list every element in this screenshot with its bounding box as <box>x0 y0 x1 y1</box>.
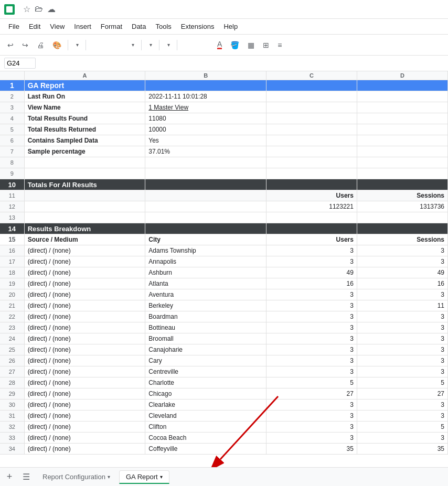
cell[interactable] <box>145 168 266 179</box>
cell[interactable]: (direct) / (none) <box>24 333 145 344</box>
cell[interactable]: Aventura <box>145 289 266 300</box>
cell[interactable]: 49 <box>266 267 357 278</box>
cell[interactable]: (direct) / (none) <box>24 267 145 278</box>
cell[interactable]: 3 <box>357 333 447 344</box>
cell[interactable]: 3 <box>266 433 357 444</box>
cell[interactable]: 3 <box>266 256 357 267</box>
cell[interactable]: 3 <box>266 411 357 422</box>
col-header-a[interactable]: A <box>24 71 145 80</box>
cell-reference-input[interactable] <box>4 58 36 69</box>
cell[interactable] <box>145 212 266 223</box>
cell[interactable]: 3 <box>357 245 447 256</box>
cell[interactable]: Adams Township <box>145 245 266 256</box>
cell[interactable] <box>24 212 145 223</box>
cell[interactable]: Centreville <box>145 366 266 377</box>
cell[interactable]: (direct) / (none) <box>24 366 145 377</box>
cell[interactable]: City <box>145 234 266 245</box>
cell[interactable]: 5 <box>357 422 447 433</box>
cell[interactable]: 1313736 <box>357 201 447 212</box>
cell[interactable]: 3 <box>357 411 447 422</box>
zoom-dropdown[interactable]: ▾ <box>71 40 82 49</box>
menu-edit[interactable]: Edit <box>25 20 45 33</box>
cell[interactable]: 16 <box>266 278 357 289</box>
merge-button[interactable]: ⊞ <box>260 39 272 51</box>
cell[interactable]: 5 <box>266 377 357 388</box>
cell[interactable]: Sessions <box>357 190 447 201</box>
spreadsheet-area[interactable]: A B C D 1GA Report2Last Run On2022-11-11… <box>0 71 448 467</box>
cell[interactable]: 35 <box>357 444 447 455</box>
cell[interactable]: Berkeley <box>145 300 266 311</box>
cell[interactable]: 3 <box>357 399 447 411</box>
cell[interactable]: 3 <box>266 322 357 333</box>
cell[interactable]: View Name <box>24 102 145 113</box>
menu-file[interactable]: File <box>4 20 24 33</box>
cell[interactable]: 3 <box>266 311 357 322</box>
cell[interactable] <box>266 223 357 234</box>
cell[interactable]: 3 <box>357 355 447 366</box>
text-color-button[interactable]: A <box>214 38 225 51</box>
cell[interactable] <box>266 212 357 223</box>
cell[interactable] <box>266 102 357 113</box>
cell[interactable] <box>357 113 447 124</box>
cell[interactable]: 1123221 <box>266 201 357 212</box>
cell[interactable]: 3 <box>357 433 447 444</box>
cell[interactable]: Users <box>266 190 357 201</box>
cell[interactable]: Bottineau <box>145 322 266 333</box>
cell[interactable] <box>357 146 447 157</box>
cell[interactable] <box>357 124 447 135</box>
cell[interactable]: Clifton <box>145 422 266 433</box>
cell[interactable]: 3 <box>357 366 447 377</box>
cell[interactable] <box>357 91 447 102</box>
cell[interactable] <box>357 102 447 113</box>
sheet-list-button[interactable]: ☰ <box>19 470 34 484</box>
cell[interactable]: Total Results Found <box>24 113 145 124</box>
star-icon[interactable]: ☆ <box>23 4 30 14</box>
borders-button[interactable]: ▦ <box>244 39 258 51</box>
cell[interactable] <box>266 113 357 124</box>
cell[interactable]: 3 <box>266 422 357 433</box>
add-sheet-button[interactable]: + <box>2 470 17 484</box>
cell[interactable]: 27 <box>357 388 447 399</box>
cell[interactable]: Ashburn <box>145 267 266 278</box>
cell[interactable] <box>266 168 357 179</box>
cell[interactable]: (direct) / (none) <box>24 422 145 433</box>
cell[interactable]: (direct) / (none) <box>24 245 145 256</box>
percent-btn[interactable] <box>99 44 106 47</box>
col-header-c[interactable]: C <box>266 71 357 80</box>
decimal-more-btn[interactable] <box>118 44 125 47</box>
cell[interactable]: 3 <box>266 245 357 256</box>
cell[interactable]: Canajoharie <box>145 344 266 355</box>
cell[interactable]: 3 <box>266 300 357 311</box>
cell[interactable]: Source / Medium <box>24 234 145 245</box>
cell[interactable]: 11080 <box>145 113 266 124</box>
cell[interactable]: (direct) / (none) <box>24 433 145 444</box>
cell[interactable]: 3 <box>357 311 447 322</box>
cell[interactable]: Total Results Returned <box>24 124 145 135</box>
cell[interactable]: 5 <box>357 377 447 388</box>
cell[interactable]: 10000 <box>145 124 266 135</box>
cell[interactable]: 3 <box>266 399 357 411</box>
cell[interactable]: 3 <box>357 256 447 267</box>
cell[interactable]: Cary <box>145 355 266 366</box>
cell[interactable]: Sessions <box>357 234 447 245</box>
cell[interactable]: (direct) / (none) <box>24 278 145 289</box>
cell[interactable]: Annapolis <box>145 256 266 267</box>
cell[interactable]: 3 <box>357 344 447 355</box>
cell[interactable] <box>145 190 266 201</box>
cell[interactable]: Chicago <box>145 388 266 399</box>
cell[interactable]: Totals For All Results <box>24 179 145 190</box>
cell[interactable]: (direct) / (none) <box>24 355 145 366</box>
cell[interactable] <box>266 135 357 146</box>
cell[interactable] <box>357 168 447 179</box>
cell[interactable]: 3 <box>266 366 357 377</box>
cell[interactable]: Users <box>266 234 357 245</box>
cell[interactable]: 27 <box>266 388 357 399</box>
cell[interactable]: Cocoa Beach <box>145 433 266 444</box>
cell[interactable]: (direct) / (none) <box>24 377 145 388</box>
cell[interactable]: Results Breakdown <box>24 223 145 234</box>
cell[interactable]: 49 <box>357 267 447 278</box>
menu-format[interactable]: Format <box>97 20 126 33</box>
cell[interactable] <box>145 179 266 190</box>
cell[interactable]: (direct) / (none) <box>24 344 145 355</box>
menu-extensions[interactable]: Extensions <box>177 20 219 33</box>
